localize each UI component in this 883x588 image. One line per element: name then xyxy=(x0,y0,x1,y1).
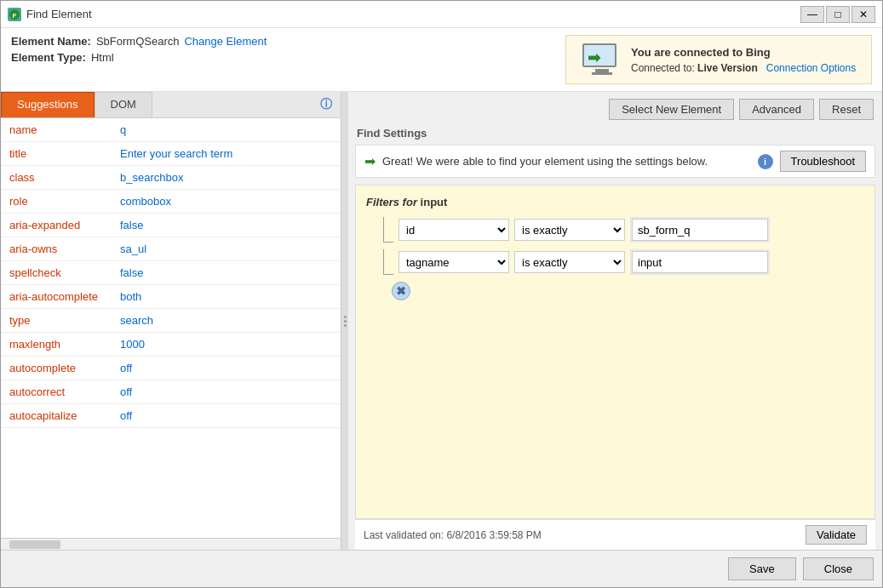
validate-button[interactable]: Validate xyxy=(806,525,867,545)
find-settings-info-icon[interactable]: i xyxy=(758,154,773,169)
window-title: Find Element xyxy=(26,8,92,20)
info-icon[interactable]: ⓘ xyxy=(312,92,341,117)
filter1-attribute-select[interactable]: id tagname class name type xyxy=(398,219,509,241)
filter2-value-input[interactable] xyxy=(632,251,768,273)
property-row: aria-expanded false xyxy=(1,214,341,237)
main-window: F Find Element — □ ✕ Element Name: SbFor… xyxy=(0,0,883,588)
svg-text:F: F xyxy=(13,12,17,20)
property-name: maxlength xyxy=(9,338,120,351)
close-button[interactable]: Close xyxy=(803,557,874,580)
find-settings-panel: Find Settings ➡ Great! We were able to f… xyxy=(355,127,875,550)
filter1-operator-select[interactable]: is exactly contains starts with xyxy=(514,219,625,241)
filter2-value-wrapper xyxy=(630,249,770,275)
last-validated-date: 6/8/2016 3:59:58 PM xyxy=(446,529,541,541)
filter1-value-input[interactable] xyxy=(632,219,768,241)
connector-line-1 xyxy=(383,217,393,243)
tabs-bar: Suggestions DOM ⓘ xyxy=(1,92,341,118)
property-value: Enter your search term xyxy=(120,147,232,160)
property-value: sa_ul xyxy=(120,243,146,255)
select-new-element-button[interactable]: Select New Element xyxy=(609,99,734,120)
filter2-operator-select[interactable]: is exactly contains starts with xyxy=(514,251,625,273)
bing-text: You are connected to Bing Connected to: … xyxy=(631,46,856,74)
property-row: autocomplete off xyxy=(1,357,341,380)
footer-bar: Save Close xyxy=(1,550,882,587)
connection-options-link[interactable]: Connection Options xyxy=(766,62,856,74)
add-filter-button[interactable]: ✖ xyxy=(392,282,410,300)
property-row: aria-owns sa_ul xyxy=(1,237,341,261)
title-bar: F Find Element — □ ✕ xyxy=(1,1,882,28)
success-message-text: Great! We were able to find your element… xyxy=(382,155,708,168)
save-button[interactable]: Save xyxy=(728,557,796,580)
property-value: combobox xyxy=(120,195,171,208)
property-name: class xyxy=(9,171,120,184)
last-validated-text: Last validated on: 6/8/2016 3:59:58 PM xyxy=(364,529,542,541)
tab-suggestions[interactable]: Suggestions xyxy=(1,92,95,117)
property-value: 1000 xyxy=(120,338,145,351)
property-name: spellcheck xyxy=(9,266,120,279)
tab-dom[interactable]: DOM xyxy=(95,92,152,117)
filter1-value-wrapper xyxy=(630,217,770,243)
property-name: autocorrect xyxy=(9,385,120,398)
property-name: name xyxy=(9,123,120,136)
property-row: type search xyxy=(1,309,341,333)
bing-monitor-icon: ➡ xyxy=(578,43,621,77)
minimize-button[interactable]: — xyxy=(800,6,824,23)
property-name: aria-owns xyxy=(9,243,120,255)
title-buttons: — □ ✕ xyxy=(800,6,875,23)
element-name-label: Element Name: xyxy=(11,35,91,48)
bing-connected-text: You are connected to Bing xyxy=(631,46,856,59)
reset-button[interactable]: Reset xyxy=(819,99,874,120)
maximize-button[interactable]: □ xyxy=(826,6,850,23)
troubleshoot-button[interactable]: Troubleshoot xyxy=(780,151,866,172)
property-row: maxlength 1000 xyxy=(1,333,341,357)
left-panel: Suggestions DOM ⓘ name q title Enter you… xyxy=(1,92,341,550)
property-value: both xyxy=(120,290,141,303)
property-row: autocorrect off xyxy=(1,380,341,404)
filters-element-type: input xyxy=(421,196,448,208)
property-value: q xyxy=(120,123,126,136)
resize-handle[interactable] xyxy=(341,92,348,550)
main-section: Suggestions DOM ⓘ name q title Enter you… xyxy=(1,92,882,550)
property-row: title Enter your search term xyxy=(1,142,341,166)
property-value: false xyxy=(120,219,143,231)
validation-bar: Last validated on: 6/8/2016 3:59:58 PM V… xyxy=(355,519,875,550)
property-value: off xyxy=(120,362,132,374)
find-settings-title: Find Settings xyxy=(355,127,875,140)
element-name-row: Element Name: SbFormQSearch Change Eleme… xyxy=(11,35,267,48)
success-message: ➡ Great! We were able to find your eleme… xyxy=(364,153,708,169)
property-row: autocapitalize off xyxy=(1,404,341,428)
bing-connection-box: ➡ You are connected to Bing Connected to… xyxy=(565,35,872,84)
filters-box: Filters for input id tagname class name … xyxy=(355,185,875,519)
close-window-button[interactable]: ✕ xyxy=(851,6,875,23)
property-row: aria-autocomplete both xyxy=(1,285,341,309)
property-list: name q title Enter your search term clas… xyxy=(1,118,341,538)
property-name: role xyxy=(9,195,120,208)
filters-title: Filters for input xyxy=(366,196,864,208)
property-value: b_searchbox xyxy=(120,171,183,184)
monitor-base xyxy=(592,72,612,75)
property-row: class b_searchbox xyxy=(1,166,341,190)
horizontal-scrollbar-area xyxy=(1,538,341,550)
property-name: autocapitalize xyxy=(9,409,120,422)
property-name: autocomplete xyxy=(9,362,120,374)
property-name: aria-autocomplete xyxy=(9,290,120,303)
element-name-value: SbFormQSearch xyxy=(96,35,180,48)
advanced-button[interactable]: Advanced xyxy=(739,99,814,120)
filter-row-2: tagname id class name type is exactly co… xyxy=(383,249,864,275)
monitor-body: ➡ xyxy=(582,43,616,67)
success-arrow-icon: ➡ xyxy=(364,153,376,169)
window-icon: F xyxy=(8,8,21,21)
connector-line-2 xyxy=(383,249,393,275)
property-name: type xyxy=(9,314,120,327)
filter2-attribute-select[interactable]: tagname id class name type xyxy=(398,251,509,273)
top-section: Element Name: SbFormQSearch Change Eleme… xyxy=(1,28,882,92)
property-value: search xyxy=(120,314,153,327)
property-value: off xyxy=(120,385,132,398)
horizontal-scrollbar[interactable] xyxy=(9,540,60,549)
bing-connected-to: Connected to: Live Version Connection Op… xyxy=(631,62,856,74)
element-type-row: Element Type: Html xyxy=(11,51,267,64)
property-value: off xyxy=(120,409,132,422)
property-name: title xyxy=(9,147,120,160)
element-type-value: Html xyxy=(91,51,114,64)
change-element-link[interactable]: Change Element xyxy=(184,35,267,48)
